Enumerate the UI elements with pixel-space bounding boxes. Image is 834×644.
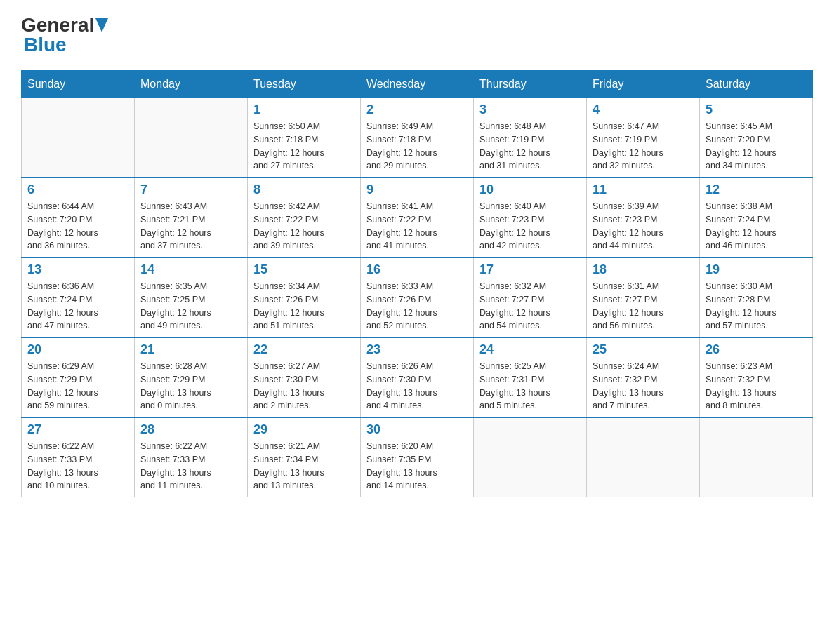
day-number: 9 bbox=[366, 182, 468, 197]
day-number: 23 bbox=[366, 342, 468, 357]
day-info: Sunrise: 6:24 AMSunset: 7:32 PMDaylight:… bbox=[593, 360, 694, 412]
calendar-cell: 20Sunrise: 6:29 AMSunset: 7:29 PMDayligh… bbox=[22, 337, 135, 417]
day-info: Sunrise: 6:26 AMSunset: 7:30 PMDaylight:… bbox=[366, 360, 468, 412]
calendar-header-thursday: Thursday bbox=[474, 71, 587, 98]
day-info: Sunrise: 6:28 AMSunset: 7:29 PMDaylight:… bbox=[140, 360, 241, 412]
day-number: 19 bbox=[706, 262, 807, 277]
calendar-header-wednesday: Wednesday bbox=[361, 71, 474, 98]
calendar-week-row: 20Sunrise: 6:29 AMSunset: 7:29 PMDayligh… bbox=[22, 337, 813, 417]
calendar-cell: 14Sunrise: 6:35 AMSunset: 7:25 PMDayligh… bbox=[135, 257, 248, 337]
calendar-cell: 15Sunrise: 6:34 AMSunset: 7:26 PMDayligh… bbox=[248, 257, 361, 337]
logo: General Blue bbox=[21, 14, 108, 56]
calendar-cell: 27Sunrise: 6:22 AMSunset: 7:33 PMDayligh… bbox=[22, 417, 135, 497]
day-info: Sunrise: 6:30 AMSunset: 7:28 PMDaylight:… bbox=[706, 280, 807, 333]
calendar-header-monday: Monday bbox=[135, 71, 248, 98]
day-info: Sunrise: 6:41 AMSunset: 7:22 PMDaylight:… bbox=[366, 200, 468, 253]
calendar-cell: 19Sunrise: 6:30 AMSunset: 7:28 PMDayligh… bbox=[700, 257, 813, 337]
day-number: 7 bbox=[140, 182, 241, 197]
day-info: Sunrise: 6:32 AMSunset: 7:27 PMDaylight:… bbox=[479, 280, 581, 333]
calendar-week-row: 1Sunrise: 6:50 AMSunset: 7:18 PMDaylight… bbox=[22, 98, 813, 178]
day-info: Sunrise: 6:29 AMSunset: 7:29 PMDaylight:… bbox=[27, 360, 128, 412]
day-number: 22 bbox=[253, 342, 355, 357]
day-info: Sunrise: 6:42 AMSunset: 7:22 PMDaylight:… bbox=[253, 200, 355, 253]
calendar-cell: 2Sunrise: 6:49 AMSunset: 7:18 PMDaylight… bbox=[361, 98, 474, 178]
day-info: Sunrise: 6:47 AMSunset: 7:19 PMDaylight:… bbox=[593, 120, 694, 173]
calendar-cell: 29Sunrise: 6:21 AMSunset: 7:34 PMDayligh… bbox=[248, 417, 361, 497]
day-info: Sunrise: 6:31 AMSunset: 7:27 PMDaylight:… bbox=[593, 280, 694, 333]
calendar-week-row: 13Sunrise: 6:36 AMSunset: 7:24 PMDayligh… bbox=[22, 257, 813, 337]
day-info: Sunrise: 6:22 AMSunset: 7:33 PMDaylight:… bbox=[140, 440, 241, 492]
calendar-cell: 16Sunrise: 6:33 AMSunset: 7:26 PMDayligh… bbox=[361, 257, 474, 337]
day-number: 24 bbox=[479, 342, 581, 357]
calendar-week-row: 6Sunrise: 6:44 AMSunset: 7:20 PMDaylight… bbox=[22, 177, 813, 257]
day-info: Sunrise: 6:44 AMSunset: 7:20 PMDaylight:… bbox=[27, 200, 128, 253]
calendar-cell: 10Sunrise: 6:40 AMSunset: 7:23 PMDayligh… bbox=[474, 177, 587, 257]
day-number: 12 bbox=[706, 182, 807, 197]
day-info: Sunrise: 6:43 AMSunset: 7:21 PMDaylight:… bbox=[140, 200, 241, 253]
day-number: 17 bbox=[479, 262, 581, 277]
day-number: 1 bbox=[253, 102, 355, 117]
calendar-header-tuesday: Tuesday bbox=[248, 71, 361, 98]
calendar-cell: 5Sunrise: 6:45 AMSunset: 7:20 PMDaylight… bbox=[700, 98, 813, 178]
calendar-cell: 21Sunrise: 6:28 AMSunset: 7:29 PMDayligh… bbox=[135, 337, 248, 417]
calendar-cell bbox=[22, 98, 135, 178]
calendar-header-saturday: Saturday bbox=[700, 71, 813, 98]
calendar-table: SundayMondayTuesdayWednesdayThursdayFrid… bbox=[21, 70, 813, 497]
day-number: 13 bbox=[27, 262, 128, 277]
day-info: Sunrise: 6:20 AMSunset: 7:35 PMDaylight:… bbox=[366, 440, 468, 492]
day-number: 8 bbox=[253, 182, 355, 197]
calendar-cell: 26Sunrise: 6:23 AMSunset: 7:32 PMDayligh… bbox=[700, 337, 813, 417]
calendar-cell bbox=[135, 98, 248, 178]
calendar-cell bbox=[474, 417, 587, 497]
day-number: 2 bbox=[366, 102, 468, 117]
day-number: 3 bbox=[479, 102, 581, 117]
day-number: 15 bbox=[253, 262, 355, 277]
logo-arrow-icon bbox=[95, 18, 108, 34]
calendar-cell: 17Sunrise: 6:32 AMSunset: 7:27 PMDayligh… bbox=[474, 257, 587, 337]
day-number: 30 bbox=[366, 422, 468, 437]
calendar-cell: 22Sunrise: 6:27 AMSunset: 7:30 PMDayligh… bbox=[248, 337, 361, 417]
day-number: 25 bbox=[593, 342, 694, 357]
day-info: Sunrise: 6:23 AMSunset: 7:32 PMDaylight:… bbox=[706, 360, 807, 412]
logo-blue-text: Blue bbox=[24, 34, 67, 56]
day-info: Sunrise: 6:36 AMSunset: 7:24 PMDaylight:… bbox=[27, 280, 128, 333]
calendar-cell: 24Sunrise: 6:25 AMSunset: 7:31 PMDayligh… bbox=[474, 337, 587, 417]
day-number: 11 bbox=[593, 182, 694, 197]
day-info: Sunrise: 6:22 AMSunset: 7:33 PMDaylight:… bbox=[27, 440, 128, 492]
day-number: 20 bbox=[27, 342, 128, 357]
day-number: 21 bbox=[140, 342, 241, 357]
calendar-cell: 7Sunrise: 6:43 AMSunset: 7:21 PMDaylight… bbox=[135, 177, 248, 257]
day-number: 26 bbox=[706, 342, 807, 357]
calendar-cell: 8Sunrise: 6:42 AMSunset: 7:22 PMDaylight… bbox=[248, 177, 361, 257]
day-info: Sunrise: 6:40 AMSunset: 7:23 PMDaylight:… bbox=[479, 200, 581, 253]
day-number: 6 bbox=[27, 182, 128, 197]
calendar-cell: 12Sunrise: 6:38 AMSunset: 7:24 PMDayligh… bbox=[700, 177, 813, 257]
day-info: Sunrise: 6:33 AMSunset: 7:26 PMDaylight:… bbox=[366, 280, 468, 333]
calendar-cell: 6Sunrise: 6:44 AMSunset: 7:20 PMDaylight… bbox=[22, 177, 135, 257]
svg-marker-0 bbox=[95, 18, 108, 32]
day-number: 4 bbox=[593, 102, 694, 117]
day-info: Sunrise: 6:25 AMSunset: 7:31 PMDaylight:… bbox=[479, 360, 581, 412]
day-number: 5 bbox=[706, 102, 807, 117]
calendar-cell: 30Sunrise: 6:20 AMSunset: 7:35 PMDayligh… bbox=[361, 417, 474, 497]
day-number: 18 bbox=[593, 262, 694, 277]
calendar-header-friday: Friday bbox=[587, 71, 700, 98]
calendar-header-row: SundayMondayTuesdayWednesdayThursdayFrid… bbox=[22, 71, 813, 98]
calendar-week-row: 27Sunrise: 6:22 AMSunset: 7:33 PMDayligh… bbox=[22, 417, 813, 497]
day-info: Sunrise: 6:38 AMSunset: 7:24 PMDaylight:… bbox=[706, 200, 807, 253]
day-number: 27 bbox=[27, 422, 128, 437]
day-info: Sunrise: 6:49 AMSunset: 7:18 PMDaylight:… bbox=[366, 120, 468, 173]
day-info: Sunrise: 6:34 AMSunset: 7:26 PMDaylight:… bbox=[253, 280, 355, 333]
calendar-cell: 3Sunrise: 6:48 AMSunset: 7:19 PMDaylight… bbox=[474, 98, 587, 178]
calendar-cell: 25Sunrise: 6:24 AMSunset: 7:32 PMDayligh… bbox=[587, 337, 700, 417]
calendar-cell: 18Sunrise: 6:31 AMSunset: 7:27 PMDayligh… bbox=[587, 257, 700, 337]
day-number: 28 bbox=[140, 422, 241, 437]
calendar-cell: 11Sunrise: 6:39 AMSunset: 7:23 PMDayligh… bbox=[587, 177, 700, 257]
calendar-cell: 9Sunrise: 6:41 AMSunset: 7:22 PMDaylight… bbox=[361, 177, 474, 257]
calendar-cell: 4Sunrise: 6:47 AMSunset: 7:19 PMDaylight… bbox=[587, 98, 700, 178]
day-number: 10 bbox=[479, 182, 581, 197]
day-info: Sunrise: 6:39 AMSunset: 7:23 PMDaylight:… bbox=[593, 200, 694, 253]
day-info: Sunrise: 6:27 AMSunset: 7:30 PMDaylight:… bbox=[253, 360, 355, 412]
calendar-cell: 1Sunrise: 6:50 AMSunset: 7:18 PMDaylight… bbox=[248, 98, 361, 178]
calendar-cell: 28Sunrise: 6:22 AMSunset: 7:33 PMDayligh… bbox=[135, 417, 248, 497]
